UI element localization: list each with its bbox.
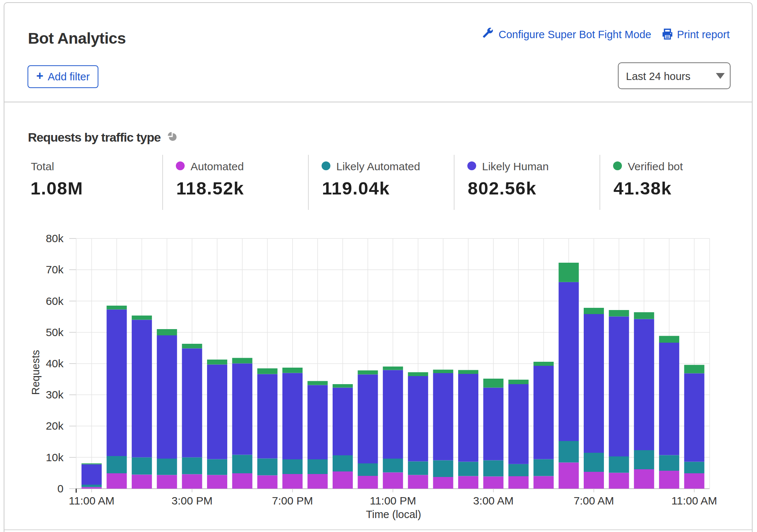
svg-text:50k: 50k [46,326,64,338]
svg-text:11:00 PM: 11:00 PM [370,495,416,507]
svg-text:3:00 AM: 3:00 AM [473,495,514,507]
svg-text:40k: 40k [46,357,64,369]
svg-text:80k: 80k [46,232,64,244]
svg-text:11:00 AM: 11:00 AM [671,495,717,507]
svg-text:7:00 AM: 7:00 AM [573,495,614,507]
svg-text:Requests: Requests [30,350,41,395]
svg-text:11:00 AM: 11:00 AM [69,495,115,507]
svg-text:3:00 PM: 3:00 PM [171,495,213,507]
svg-text:Time (local): Time (local) [366,509,421,520]
svg-text:70k: 70k [46,263,64,276]
svg-text:10k: 10k [46,451,64,463]
svg-text:30k: 30k [46,389,64,401]
svg-text:0: 0 [57,482,64,495]
svg-text:7:00 PM: 7:00 PM [272,495,313,507]
svg-text:60k: 60k [46,295,64,307]
svg-text:20k: 20k [46,420,64,432]
